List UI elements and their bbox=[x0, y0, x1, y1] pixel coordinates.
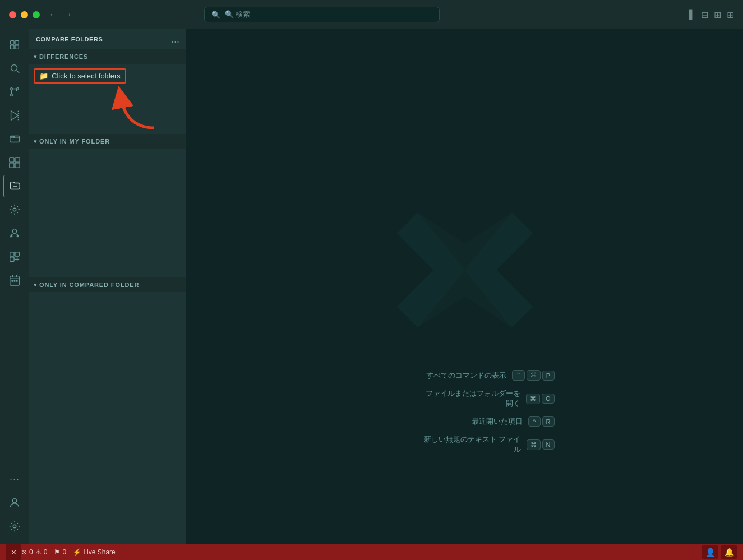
svg-rect-27 bbox=[10, 257, 14, 261]
traffic-lights bbox=[9, 11, 40, 18]
svg-point-15 bbox=[13, 136, 15, 137]
status-notification-button[interactable]: 🔔 bbox=[721, 545, 737, 559]
status-error-icon[interactable]: ✕ bbox=[6, 544, 21, 560]
sidebar-item-calendar[interactable] bbox=[3, 269, 26, 291]
nav-buttons: ← → bbox=[49, 10, 72, 20]
folder-icon: 📁 bbox=[39, 72, 48, 80]
back-button[interactable]: ← bbox=[49, 10, 58, 20]
shortcut-row-2: ファイルまたはフォルダーを開く ⌘ O bbox=[426, 388, 555, 409]
select-folders-label: Click to select folders bbox=[52, 72, 121, 80]
svg-line-5 bbox=[17, 71, 20, 73]
svg-point-4 bbox=[11, 65, 17, 71]
key-ctrl: ^ bbox=[528, 416, 541, 427]
close-button[interactable] bbox=[9, 11, 16, 18]
key-n: N bbox=[542, 439, 555, 450]
only-compared-folder-section-header[interactable]: ▾ ONLY IN COMPARED FOLDER bbox=[29, 277, 186, 292]
svg-rect-2 bbox=[11, 45, 14, 49]
warning-count: 0 bbox=[44, 548, 48, 556]
key-cmd-2: ⌘ bbox=[526, 394, 540, 404]
svg-rect-18 bbox=[10, 163, 14, 168]
select-folders-button[interactable]: 📁 Click to select folders bbox=[34, 68, 126, 84]
search-placeholder: 🔍 検索 bbox=[225, 10, 251, 20]
shortcut-row-4: 新しい無題のテキスト ファイル ⌘ N bbox=[424, 434, 555, 455]
forward-button[interactable]: → bbox=[63, 10, 72, 20]
svg-marker-10 bbox=[11, 111, 19, 121]
sidebar-more-button[interactable]: ... bbox=[171, 34, 179, 44]
sidebar-item-extensions[interactable] bbox=[3, 151, 26, 174]
activity-bar: ··· bbox=[0, 29, 29, 544]
svg-point-23 bbox=[11, 235, 13, 238]
main-layout: ··· COMPARE FOLDERS ... ▾ bbox=[0, 29, 743, 544]
minimize-button[interactable] bbox=[21, 11, 28, 18]
key-cmd-1: ⌘ bbox=[527, 370, 541, 381]
differences-section-header[interactable]: ▾ DIFFERENCES bbox=[29, 49, 186, 64]
sidebar-item-npm[interactable] bbox=[3, 222, 26, 244]
vscode-logo bbox=[386, 191, 543, 350]
differences-section-label: DIFFERENCES bbox=[39, 53, 88, 60]
titlebar-actions: ▌ ⊟ ⊞ ⊞ bbox=[689, 10, 734, 20]
shortcut-label-2: ファイルまたはフォルダーを開く bbox=[426, 388, 520, 409]
sidebar-item-run[interactable] bbox=[3, 104, 26, 127]
sidebar-header: COMPARE FOLDERS ... bbox=[29, 29, 186, 49]
sidebar-item-account[interactable] bbox=[3, 492, 26, 514]
search-icon: 🔍 bbox=[211, 11, 220, 19]
svg-point-24 bbox=[17, 235, 19, 238]
shortcut-row-3: 最近開いた項目 ^ R bbox=[472, 416, 555, 427]
status-live-share[interactable]: ⚡ Live Share bbox=[73, 548, 116, 556]
sidebar-item-search[interactable] bbox=[3, 57, 26, 80]
sidebar-item-settings[interactable] bbox=[3, 515, 26, 538]
key-o: O bbox=[542, 394, 555, 404]
sidebar-item-grunt[interactable] bbox=[3, 198, 26, 221]
sidebar-panel: COMPARE FOLDERS ... ▾ DIFFERENCES 📁 Clic… bbox=[29, 29, 186, 544]
sidebar-item-compare-folders[interactable] bbox=[3, 175, 26, 197]
svg-rect-1 bbox=[15, 41, 19, 44]
sidebar-item-explorer[interactable] bbox=[3, 34, 26, 56]
shortcut-row-1: すべてのコマンドの表示 ⇧ ⌘ P bbox=[426, 370, 555, 381]
svg-rect-3 bbox=[15, 45, 19, 49]
layout-icon[interactable]: ⊟ bbox=[701, 10, 708, 20]
svg-rect-17 bbox=[15, 158, 20, 162]
status-bar: ✕ ⊗ 0 ⚠ 0 ⚑ 0 ⚡ Live Share 👤 🔔 bbox=[0, 544, 743, 560]
shortcut-label-1: すべてのコマンドの表示 bbox=[426, 371, 506, 381]
key-cmd-3: ⌘ bbox=[527, 439, 541, 450]
svg-rect-0 bbox=[11, 41, 14, 44]
status-left: ⊗ 0 ⚠ 0 ⚑ 0 ⚡ Live Share bbox=[21, 548, 116, 556]
error-count: 0 bbox=[29, 548, 33, 556]
warning-icon: ⚠ bbox=[35, 548, 41, 556]
search-bar[interactable]: 🔍 🔍 検索 bbox=[204, 7, 440, 22]
sidebar-item-more[interactable]: ··· bbox=[3, 468, 26, 490]
key-r: R bbox=[542, 416, 555, 427]
maximize-button[interactable] bbox=[33, 11, 40, 18]
svg-rect-16 bbox=[10, 158, 14, 162]
status-info[interactable]: ⚑ 0 bbox=[54, 548, 66, 556]
sidebar-panel-title: COMPARE FOLDERS bbox=[36, 36, 103, 43]
only-my-chevron-icon: ▾ bbox=[34, 138, 37, 145]
titlebar: ← → 🔍 🔍 検索 ▌ ⊟ ⊞ ⊞ bbox=[0, 0, 743, 29]
info-count: 0 bbox=[62, 548, 66, 556]
shortcut-label-3: 最近開いた項目 bbox=[472, 416, 523, 427]
status-errors[interactable]: ⊗ 0 ⚠ 0 bbox=[21, 548, 47, 556]
svg-rect-26 bbox=[15, 252, 19, 256]
live-share-label: ⚡ Live Share bbox=[73, 548, 116, 556]
shortcuts-panel: すべてのコマンドの表示 ⇧ ⌘ P ファイルまたはフォルダーを開く ⌘ O 最近… bbox=[375, 370, 555, 455]
svg-point-38 bbox=[13, 525, 16, 528]
sidebar-item-git[interactable] bbox=[3, 81, 26, 103]
grid-icon[interactable]: ⊞ bbox=[727, 10, 734, 20]
sidebar-toggle-icon[interactable]: ▌ bbox=[689, 10, 695, 20]
sidebar-item-remote[interactable] bbox=[3, 128, 26, 150]
main-content: すべてのコマンドの表示 ⇧ ⌘ P ファイルまたはフォルダーを開く ⌘ O 最近… bbox=[186, 29, 743, 544]
sidebar-item-copilot[interactable] bbox=[3, 246, 26, 268]
svg-rect-19 bbox=[15, 163, 20, 168]
differences-chevron-icon: ▾ bbox=[34, 53, 37, 61]
only-my-folder-section-header[interactable]: ▾ ONLY IN MY FOLDER bbox=[29, 134, 186, 149]
svg-rect-25 bbox=[10, 252, 14, 256]
shortcut-keys-4: ⌘ N bbox=[527, 439, 555, 450]
shortcut-keys-1: ⇧ ⌘ P bbox=[512, 370, 555, 381]
key-shift: ⇧ bbox=[512, 370, 525, 381]
status-account-button[interactable]: 👤 bbox=[702, 545, 718, 559]
only-compared-chevron-icon: ▾ bbox=[34, 281, 37, 289]
only-my-folder-label: ONLY IN MY FOLDER bbox=[39, 138, 110, 145]
svg-rect-34 bbox=[12, 280, 13, 282]
split-icon[interactable]: ⊞ bbox=[714, 10, 721, 20]
x-icon: ✕ bbox=[11, 548, 17, 557]
